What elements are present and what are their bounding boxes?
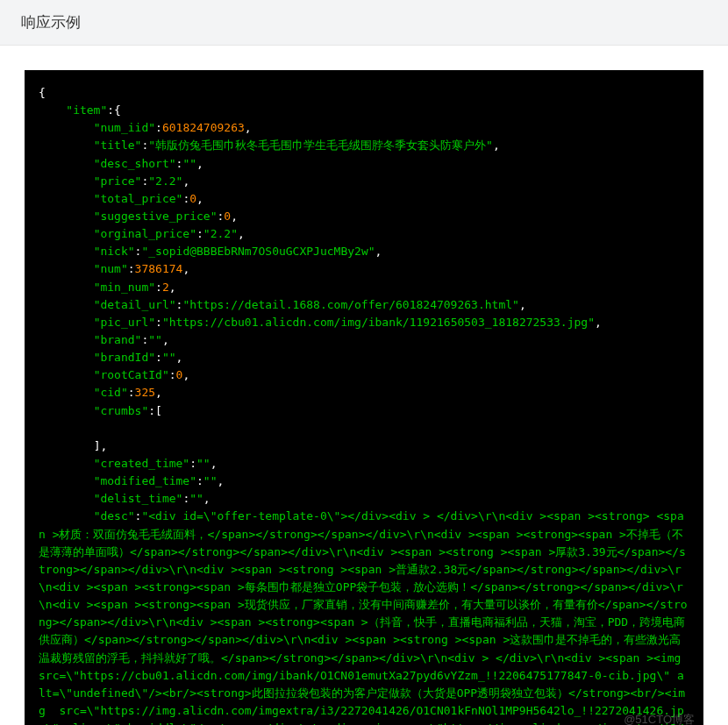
code-text: { "item":{ "num_iid":601824709263, "titl…: [39, 84, 689, 725]
section-title: 响应示例: [21, 14, 81, 31]
section-header: 响应示例: [0, 0, 728, 46]
code-block: { "item":{ "num_iid":601824709263, "titl…: [25, 70, 703, 725]
code-container: { "item":{ "num_iid":601824709263, "titl…: [0, 46, 728, 725]
watermark: @51CTO博客: [624, 711, 695, 725]
